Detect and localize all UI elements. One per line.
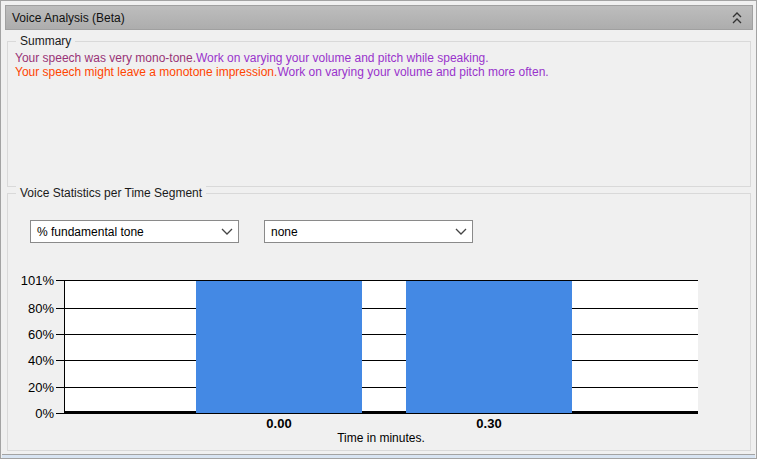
x-axis-title: Time in minutes. xyxy=(64,431,698,445)
summary-group: Summary Your speech was very mono-tone.W… xyxy=(7,41,751,187)
metric-select[interactable]: % fundamental tone xyxy=(30,220,239,243)
summary-group-label: Summary xyxy=(16,34,75,48)
voice-statistics-group: Voice Statistics per Time Segment % fund… xyxy=(7,193,751,451)
panel-header: Voice Analysis (Beta) xyxy=(5,5,753,30)
summary-line-2-finding: Your speech might leave a monotone impre… xyxy=(15,65,277,79)
summary-line-2-advice: Work on varying your volume and pitch mo… xyxy=(277,65,548,79)
collapse-button[interactable] xyxy=(728,9,746,27)
voice-analysis-panel: Voice Analysis (Beta) Summary Your speec… xyxy=(0,0,757,459)
summary-line-1-finding: Your speech was very mono-tone. xyxy=(15,51,196,65)
secondary-metric-select-value: none xyxy=(265,225,450,239)
secondary-metric-select[interactable]: none xyxy=(264,220,473,243)
chevron-down-icon xyxy=(216,228,238,236)
panel-title: Voice Analysis (Beta) xyxy=(12,11,728,25)
summary-text: Your speech was very mono-tone.Work on v… xyxy=(15,51,549,79)
voice-statistics-group-label: Voice Statistics per Time Segment xyxy=(16,186,206,200)
chevron-double-up-icon xyxy=(731,11,743,25)
bottom-edge-strip xyxy=(2,454,755,458)
summary-line-1: Your speech was very mono-tone.Work on v… xyxy=(15,51,549,65)
summary-line-1-advice: Work on varying your volume and pitch wh… xyxy=(196,51,489,65)
chevron-down-icon xyxy=(450,228,472,236)
summary-line-2: Your speech might leave a monotone impre… xyxy=(15,65,549,79)
metric-select-value: % fundamental tone xyxy=(31,225,216,239)
